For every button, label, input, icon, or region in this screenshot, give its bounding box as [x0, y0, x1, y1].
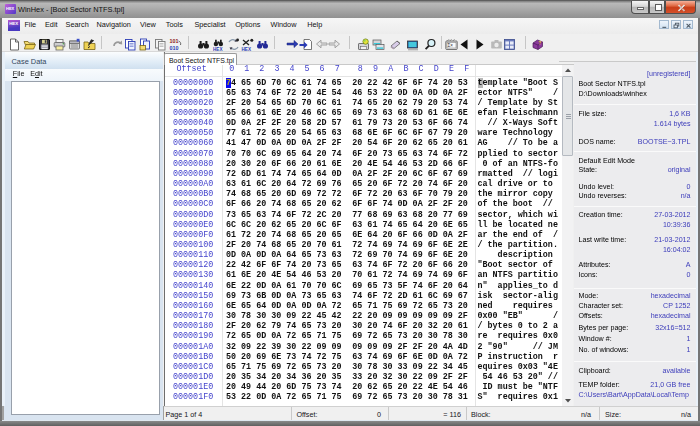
svg-text:?: ? [539, 41, 542, 46]
svg-text:HEX: HEX [213, 47, 223, 51]
svg-text:101: 101 [170, 38, 179, 44]
svg-text:Σ×: Σ× [447, 43, 453, 48]
svg-text:HEX: HEX [242, 47, 252, 51]
svg-text:010: 010 [170, 45, 179, 51]
